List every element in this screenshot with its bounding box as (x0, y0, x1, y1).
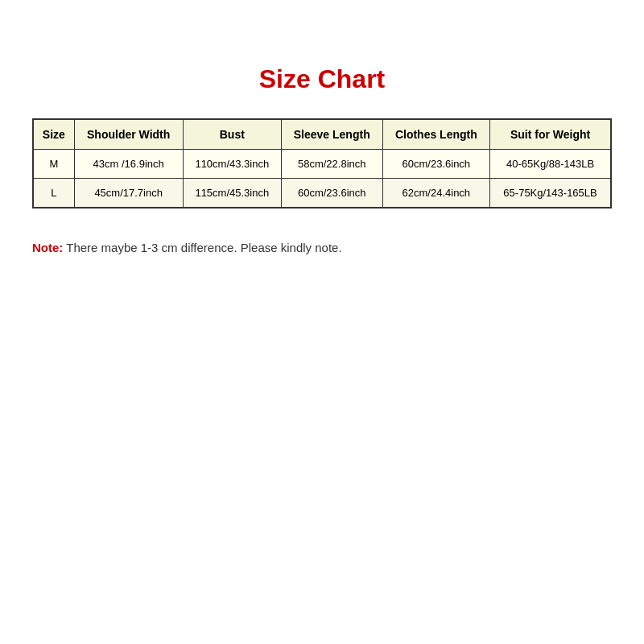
cell-row0-col3: 58cm/22.8inch (281, 150, 382, 179)
cell-row1-col2: 115cm/45.3inch (183, 179, 281, 208)
header-suit-for-weight: Suit for Weight (490, 119, 611, 150)
header-shoulder-width: Shoulder Width (74, 119, 183, 150)
cell-row1-col1: 45cm/17.7inch (74, 179, 183, 208)
table-row: M43cm /16.9inch110cm/43.3inch58cm/22.8in… (33, 150, 611, 179)
cell-row1-col0: L (33, 179, 74, 208)
cell-row0-col4: 60cm/23.6inch (382, 150, 490, 179)
note-section: Note: There maybe 1-3 cm difference. Ple… (32, 241, 612, 254)
note-label: Note: (32, 241, 63, 254)
note-text: There maybe 1-3 cm difference. Please ki… (66, 241, 341, 254)
cell-row0-col5: 40-65Kg/88-143LB (490, 150, 611, 179)
cell-row0-col0: M (33, 150, 74, 179)
header-clothes-length: Clothes Length (382, 119, 490, 150)
cell-row1-col4: 62cm/24.4inch (382, 179, 490, 208)
table-header-row: Size Shoulder Width Bust Sleeve Length C… (33, 119, 611, 150)
cell-row1-col3: 60cm/23.6inch (281, 179, 382, 208)
header-bust: Bust (183, 119, 281, 150)
size-chart-table-wrapper: Size Shoulder Width Bust Sleeve Length C… (32, 118, 612, 208)
cell-row0-col2: 110cm/43.3inch (183, 150, 281, 179)
page-title: Size Chart (259, 64, 385, 94)
cell-row0-col1: 43cm /16.9inch (74, 150, 183, 179)
size-chart-table: Size Shoulder Width Bust Sleeve Length C… (32, 118, 612, 208)
header-sleeve-length: Sleeve Length (281, 119, 382, 150)
header-size: Size (33, 119, 74, 150)
table-row: L45cm/17.7inch115cm/45.3inch60cm/23.6inc… (33, 179, 611, 208)
cell-row1-col5: 65-75Kg/143-165LB (490, 179, 611, 208)
